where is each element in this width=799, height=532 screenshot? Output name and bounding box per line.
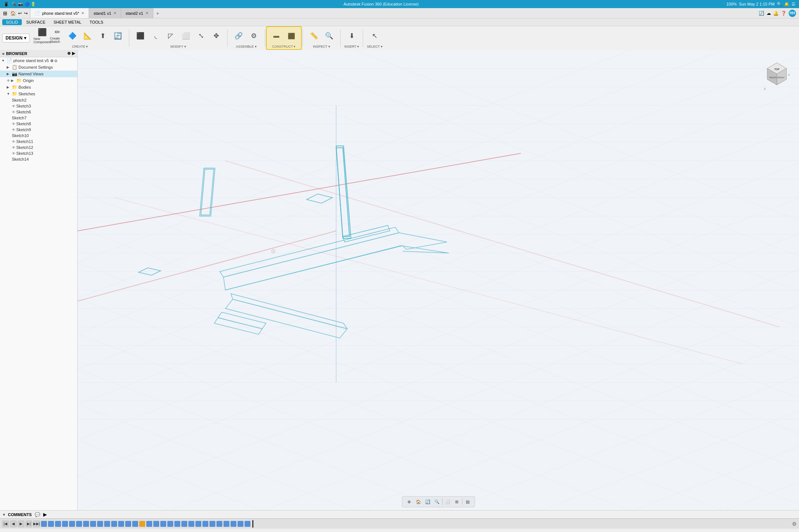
- tree-item-origin[interactable]: 👁 ▶ 📁 Origin: [0, 77, 77, 84]
- timeline-item-12[interactable]: [118, 521, 124, 527]
- offset-plane-btn[interactable]: ▬: [269, 28, 284, 44]
- tree-eye-origin[interactable]: 👁: [7, 79, 10, 83]
- tree-item-sketch3[interactable]: 👁 Sketch3: [0, 103, 77, 109]
- vp-zoom-btn[interactable]: 🔍: [433, 498, 441, 506]
- timeline-item-15[interactable]: [139, 521, 145, 527]
- new-tab-btn[interactable]: +: [153, 8, 162, 18]
- tree-item-sketch9[interactable]: 👁 Sketch9: [0, 127, 77, 133]
- tree-eye-sketch12[interactable]: 👁: [12, 146, 16, 150]
- tree-item-root[interactable]: ▼ 📄 phone stand test v5 ⚙ ⊙: [0, 57, 77, 64]
- tab-bar-icon4[interactable]: ❓: [781, 11, 786, 16]
- create-sketch-btn[interactable]: ✏ Create Sketch: [50, 28, 65, 44]
- tab-phone-stand[interactable]: 📄 phone stand test v5* ✕: [30, 8, 89, 18]
- tree-item-doc-settings[interactable]: ▶ 📋 Document Settings: [0, 64, 77, 71]
- browser-collapse-icon[interactable]: «: [2, 51, 4, 56]
- comments-icon[interactable]: 💬: [35, 512, 40, 517]
- timeline-item-13[interactable]: [125, 521, 131, 527]
- tree-item-sketch2[interactable]: Sketch2: [0, 97, 77, 103]
- browser-expand-icon[interactable]: ▶: [72, 51, 75, 56]
- search-icon[interactable]: 🔍: [777, 2, 782, 7]
- timeline-item-9[interactable]: [97, 521, 103, 527]
- tree-eye-sketch9[interactable]: 👁: [12, 128, 16, 132]
- scale-btn[interactable]: ⤡: [194, 28, 208, 44]
- tree-eye-sketch8[interactable]: 👁: [12, 122, 16, 126]
- tree-item-sketch10[interactable]: Sketch10: [0, 133, 77, 139]
- timeline-item-5[interactable]: [69, 521, 75, 527]
- new-joint-btn[interactable]: 🔗: [231, 28, 246, 44]
- timeline-item-6[interactable]: [76, 521, 82, 527]
- timeline-item-2[interactable]: [48, 521, 54, 527]
- tab-solid[interactable]: SOLID: [2, 19, 22, 25]
- tree-item-sketch14[interactable]: Sketch14: [0, 156, 77, 162]
- timeline-item-25[interactable]: [209, 521, 215, 527]
- timeline-item-30[interactable]: [245, 521, 250, 527]
- fillet-btn[interactable]: ◟: [148, 28, 163, 44]
- timeline-item-19[interactable]: [167, 521, 173, 527]
- tab-bar-icon2[interactable]: ☁: [766, 11, 771, 16]
- timeline-item-17[interactable]: [153, 521, 159, 527]
- timeline-item-21[interactable]: [181, 521, 187, 527]
- view-cube[interactable]: TOP FRONT RIGHT Z X: [762, 57, 792, 87]
- tree-item-sketches[interactable]: ▼ 📁 Sketches: [0, 91, 77, 97]
- tree-item-sketch12[interactable]: 👁 Sketch12: [0, 144, 77, 150]
- tree-eye-sketch13[interactable]: 👁: [12, 151, 16, 156]
- vp-home-btn[interactable]: 🏠: [414, 498, 423, 506]
- tree-eye-sketch11[interactable]: 👁: [12, 140, 16, 144]
- tab-bar-icon3[interactable]: 🔔: [773, 11, 779, 16]
- timeline-item-4[interactable]: [62, 521, 68, 527]
- viewport[interactable]: TOP FRONT RIGHT Z X ⊕ 🏠 🔄 🔍 ⬜ ⊞ ▤: [78, 50, 799, 510]
- select-btn[interactable]: ↖: [367, 28, 382, 44]
- revolve-btn[interactable]: 🔄: [110, 28, 125, 44]
- timeline-next-btn[interactable]: ▶|: [25, 521, 32, 527]
- measure-btn[interactable]: 📏: [307, 28, 321, 44]
- chamfer-btn[interactable]: ◸: [163, 28, 178, 44]
- timeline-cursor[interactable]: [252, 520, 253, 528]
- tab-close-stand1[interactable]: ✕: [113, 11, 116, 15]
- tab-sheet-metal[interactable]: SHEET METAL: [50, 19, 85, 25]
- timeline-play-btn[interactable]: ▶: [18, 521, 24, 527]
- redo-icon[interactable]: ↪: [23, 11, 28, 16]
- undo-icon[interactable]: ↩: [17, 11, 23, 16]
- timeline-item-20[interactable]: [174, 521, 180, 527]
- tab-stand1[interactable]: stand1 v1 ✕: [89, 8, 121, 18]
- tab-close-btn[interactable]: ✕: [81, 11, 84, 15]
- timeline-item-18[interactable]: [160, 521, 166, 527]
- tree-item-bodies[interactable]: ▶ 📁 Bodies: [0, 84, 77, 91]
- tree-item-named-views[interactable]: ▶ 📷 Named Views: [0, 71, 77, 77]
- joints-btn[interactable]: ⚙: [246, 28, 261, 44]
- apps-icon[interactable]: ⊞: [1, 10, 9, 16]
- timeline-item-22[interactable]: [188, 521, 194, 527]
- comments-add-icon[interactable]: ▶: [43, 512, 47, 517]
- timeline-item-24[interactable]: [202, 521, 208, 527]
- vp-look-at-btn[interactable]: ⊕: [405, 498, 413, 506]
- vp-display-btn[interactable]: ⬜: [444, 498, 452, 506]
- tab-surface[interactable]: SURFACE: [23, 19, 49, 25]
- tree-item-sketch7[interactable]: Sketch7: [0, 115, 77, 121]
- tree-item-sketch11[interactable]: 👁 Sketch11: [0, 139, 77, 144]
- timeline-item-1[interactable]: [41, 521, 47, 527]
- timeline-item-23[interactable]: [195, 521, 201, 527]
- comments-expand-icon[interactable]: «: [3, 512, 5, 516]
- tree-eye-sketch6[interactable]: 👁: [12, 110, 16, 114]
- timeline-item-16[interactable]: [146, 521, 152, 527]
- tree-item-sketch13[interactable]: 👁 Sketch13: [0, 150, 77, 156]
- tab-tools[interactable]: TOOLS: [86, 19, 107, 25]
- browser-options-icon[interactable]: ⊕: [67, 51, 71, 56]
- timeline-end-btn[interactable]: ▶▶|: [33, 521, 40, 527]
- midplane-btn[interactable]: ⬛: [284, 28, 299, 44]
- shell-btn[interactable]: ⬜: [178, 28, 193, 44]
- design-dropdown[interactable]: DESIGN ▾: [2, 34, 30, 42]
- timeline-item-14[interactable]: [132, 521, 138, 527]
- derive-btn[interactable]: 📐: [80, 28, 95, 44]
- timeline-prev-btn[interactable]: ◀: [10, 521, 17, 527]
- vp-orbit-btn[interactable]: 🔄: [424, 498, 432, 506]
- tab-close-stand2[interactable]: ✕: [146, 11, 148, 15]
- interference-btn[interactable]: 🔍: [322, 28, 337, 44]
- create-form-btn[interactable]: 🔷: [65, 28, 80, 44]
- home-icon[interactable]: 🏠: [10, 11, 17, 16]
- vp-grid-btn[interactable]: ⊞: [453, 498, 461, 506]
- tab-bar-icon1[interactable]: 🔄: [759, 11, 764, 16]
- timeline-item-28[interactable]: [231, 521, 236, 527]
- timeline-item-29[interactable]: [238, 521, 243, 527]
- insert-btn[interactable]: ⬇: [344, 28, 359, 44]
